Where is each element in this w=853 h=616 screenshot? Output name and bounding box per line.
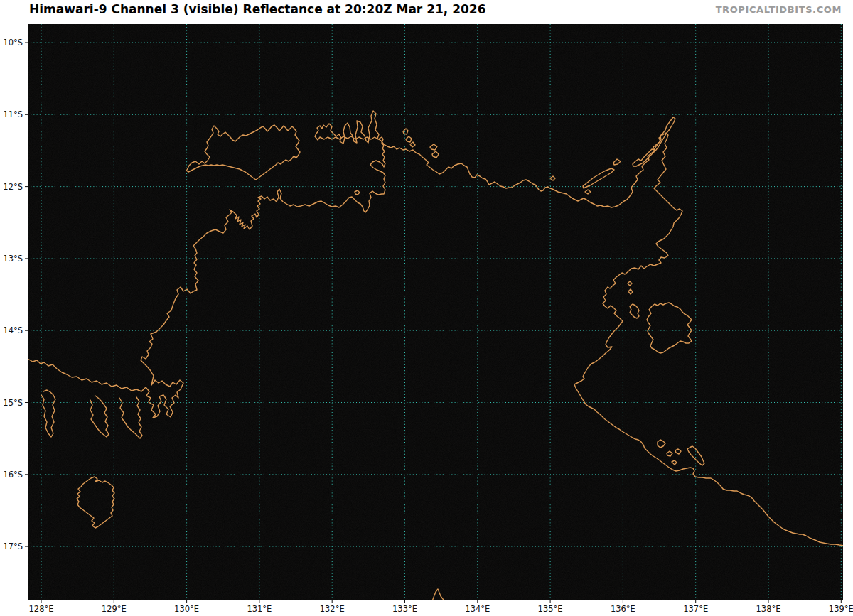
lat-tick-label: 16°S bbox=[3, 470, 23, 480]
lat-tick-label: 13°S bbox=[3, 254, 23, 264]
lat-tick-label: 14°S bbox=[3, 325, 23, 335]
lon-tick-label: 137°E bbox=[683, 604, 708, 614]
lon-tick-label: 136°E bbox=[611, 604, 635, 614]
lon-tick-label: 139°E bbox=[829, 604, 853, 614]
lon-tick-label: 130°E bbox=[174, 604, 199, 614]
lon-tick-label: 133°E bbox=[392, 604, 417, 614]
lon-tick-label: 129°E bbox=[102, 604, 127, 614]
satellite-map: 128°E129°E130°E131°E132°E133°E134°E135°E… bbox=[0, 0, 853, 616]
lon-tick-label: 128°E bbox=[29, 604, 54, 614]
lat-tick-label: 12°S bbox=[3, 182, 23, 192]
lon-tick-label: 131°E bbox=[247, 604, 272, 614]
lat-tick-label: 17°S bbox=[3, 541, 23, 551]
lon-tick-label: 138°E bbox=[756, 604, 781, 614]
lat-tick-label: 11°S bbox=[3, 109, 23, 119]
lat-tick-label: 10°S bbox=[3, 38, 23, 48]
lon-tick-label: 134°E bbox=[465, 604, 490, 614]
lon-tick-label: 132°E bbox=[320, 604, 345, 614]
lat-tick-label: 15°S bbox=[3, 398, 23, 408]
sensor-noise-texture bbox=[28, 24, 843, 600]
weather-map-page: Himawari-9 Channel 3 (visible) Reflectan… bbox=[0, 0, 853, 616]
lon-tick-label: 135°E bbox=[538, 604, 563, 614]
